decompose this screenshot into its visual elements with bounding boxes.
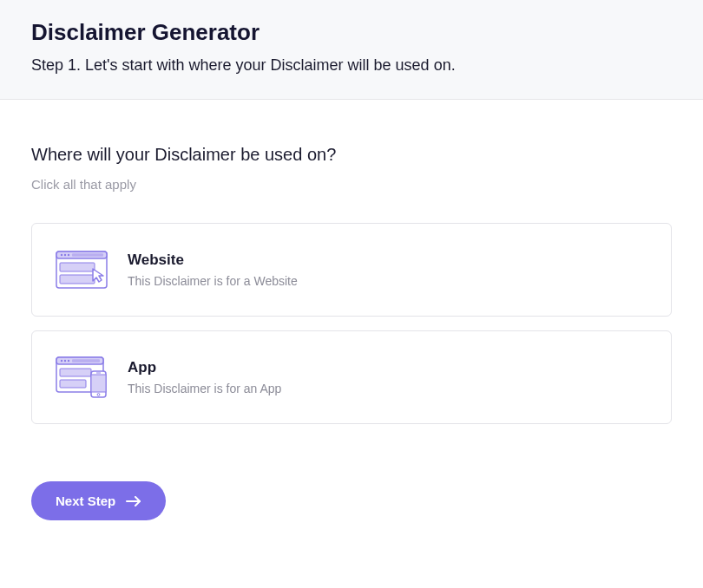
svg-point-11: [64, 360, 66, 362]
option-app[interactable]: App This Disclaimer is for an App: [31, 330, 672, 424]
option-app-desc: This Disclaimer is for an App: [128, 382, 281, 395]
svg-rect-6: [60, 263, 95, 271]
website-icon: [55, 248, 108, 291]
svg-point-4: [68, 254, 69, 256]
next-step-button[interactable]: Next Step: [31, 481, 166, 520]
next-step-label: Next Step: [56, 493, 115, 508]
svg-rect-5: [72, 253, 103, 257]
option-website[interactable]: Website This Disclaimer is for a Website: [31, 223, 672, 317]
option-website-title: Website: [128, 252, 298, 269]
svg-point-10: [61, 360, 62, 362]
svg-point-12: [68, 360, 69, 362]
svg-rect-14: [60, 369, 91, 376]
app-icon: [55, 356, 108, 399]
step-prefix: Step 1. Let's start: [31, 56, 153, 74]
svg-rect-15: [60, 380, 86, 388]
svg-rect-7: [60, 275, 95, 284]
question-heading: Where will your Disclaimer be used on?: [31, 145, 672, 165]
option-website-text: Website This Disclaimer is for a Website: [128, 252, 298, 288]
option-app-text: App This Disclaimer is for an App: [128, 359, 281, 395]
svg-point-2: [61, 254, 62, 256]
option-app-title: App: [128, 359, 281, 376]
wizard-content: Where will your Disclaimer be used on? C…: [0, 100, 703, 552]
svg-point-3: [64, 254, 66, 256]
option-website-desc: This Disclaimer is for a Website: [128, 274, 298, 288]
arrow-right-icon: [126, 496, 141, 506]
wizard-header: Disclaimer Generator Step 1. Let's start…: [0, 0, 703, 100]
question-instruction: Click all that apply: [31, 177, 672, 192]
step-rest: with where your Disclaimer will be used …: [153, 56, 456, 74]
svg-rect-17: [91, 375, 106, 392]
step-description: Step 1. Let's start with where your Disc…: [31, 56, 672, 75]
svg-rect-13: [72, 359, 100, 363]
page-title: Disclaimer Generator: [31, 19, 672, 46]
